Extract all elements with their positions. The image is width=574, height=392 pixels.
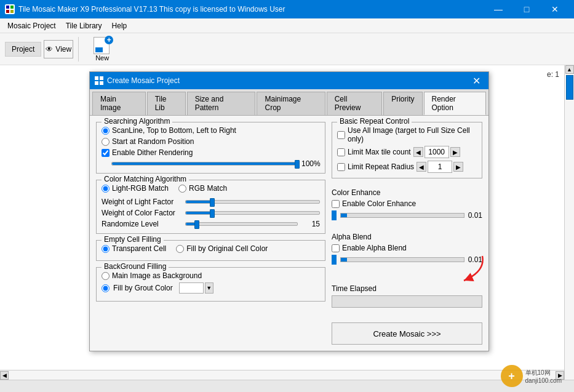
enable-alpha-blend-label: Enable Alpha Blend (342, 244, 407, 252)
create-mosaic-button[interactable]: Create Mosaic >>> (332, 322, 482, 345)
arrow-indicator (445, 253, 488, 287)
menu-help[interactable]: Help (107, 20, 132, 31)
radio-transparent[interactable] (102, 245, 110, 253)
radio-random-row: Start at Random Position (102, 137, 320, 146)
limit-radius-dec[interactable]: ◀ (417, 162, 426, 172)
toolbar-view-tab[interactable]: 👁 View (44, 40, 73, 58)
toolbar: Project 👁 View + New (0, 33, 574, 65)
new-button[interactable]: + New (84, 35, 121, 63)
menu-mosaic-project[interactable]: Mosaic Project (2, 20, 61, 31)
view-icon: 👁 (46, 45, 53, 54)
use-all-label: Use All Image (target to Full Size Cell … (348, 126, 477, 143)
radio-fill-original[interactable] (176, 245, 184, 253)
dither-slider-value: 100% (301, 159, 320, 168)
svg-rect-5 (100, 76, 103, 80)
empty-cell-group: Empty Cell Filling Transparent Cell Fill… (96, 240, 325, 261)
basic-repeat-title: Basic Repeat Control (337, 117, 412, 126)
create-mosaic-modal: Create Mosaic Project ✕ Main Image Tile … (89, 71, 489, 351)
color-factor-track[interactable] (185, 211, 320, 215)
grout-dropdown-btn[interactable]: ▼ (205, 282, 213, 294)
radio-main-image-label: Main Image as Background (112, 271, 202, 280)
radio-random-label: Start at Random Position (112, 137, 194, 146)
svg-rect-4 (95, 76, 98, 80)
dither-slider-track[interactable] (111, 162, 298, 166)
enable-alpha-blend-row: Enable Alpha Blend (332, 244, 482, 252)
tab-priority[interactable]: Priority (383, 92, 422, 115)
radio-grout-row: Fill by Grout Color ▼ (102, 282, 320, 294)
close-button[interactable]: ✕ (541, 0, 569, 18)
color-factor-thumb[interactable] (210, 209, 215, 218)
tab-cell-preview[interactable]: Cell Preview (327, 92, 383, 115)
svg-rect-1 (10, 6, 14, 9)
light-factor-thumb[interactable] (210, 198, 215, 207)
alpha-blend-thumb[interactable] (332, 255, 337, 265)
toolbar-tab-project[interactable]: Project (5, 42, 41, 57)
color-matching-group: Color Matching Algorithm Light-RGB Match… (96, 180, 325, 234)
grout-color-picker[interactable]: ▼ (179, 282, 213, 294)
limit-max-spinbox: ◀ ▶ (413, 146, 460, 158)
empty-cell-title: Empty Cell Filling (102, 235, 164, 244)
randomize-track[interactable] (185, 222, 298, 226)
limit-max-dec[interactable]: ◀ (413, 147, 423, 157)
limit-radius-checkbox[interactable] (337, 163, 345, 171)
radio-transparent-label: Transparent Cell (112, 244, 166, 253)
color-enhance-track[interactable] (340, 213, 464, 218)
app-icon (5, 4, 15, 14)
radio-light-rgb[interactable] (102, 185, 110, 193)
radio-main-image[interactable] (102, 272, 110, 280)
searching-algorithm-title: Searching Algorithm (102, 117, 172, 126)
color-enhance-slider-row: 0.01 (332, 210, 482, 220)
light-factor-track[interactable] (185, 200, 320, 204)
limit-radius-row: Limit Repeat Radius ◀ ▶ (337, 161, 477, 173)
background-group: BackGround Filling Main Image as Backgro… (96, 267, 325, 302)
color-enhance-thumb[interactable] (332, 210, 337, 220)
enable-color-enhance-label: Enable Color Enhance (342, 199, 416, 208)
limit-max-checkbox[interactable] (337, 148, 345, 156)
radio-scanline[interactable] (102, 127, 110, 135)
radio-grout-label: Fill by Grout Color (113, 284, 173, 292)
menu-tile-library[interactable]: Tile Library (61, 20, 107, 31)
use-all-row: Use All Image (target to Full Size Cell … (337, 126, 477, 143)
enable-color-enhance-checkbox[interactable] (332, 200, 340, 208)
limit-radius-spinbox: ◀ ▶ (417, 161, 463, 173)
enable-alpha-blend-checkbox[interactable] (332, 244, 340, 252)
radio-rgb[interactable] (178, 185, 186, 193)
modal-body: Searching Algorithm ScanLine, Top to Bot… (90, 116, 488, 351)
limit-radius-inc[interactable]: ▶ (453, 162, 463, 172)
title-bar: Tile Mosaic Maker X9 Professional V17.13… (0, 0, 574, 18)
maximize-button[interactable]: □ (512, 0, 541, 18)
radio-transparent-row: Transparent Cell (102, 244, 166, 253)
modal-close-button[interactable]: ✕ (469, 73, 484, 88)
limit-max-inc[interactable]: ▶ (450, 147, 460, 157)
tab-main-image[interactable]: Main Image (92, 92, 146, 115)
minimize-button[interactable]: — (484, 0, 512, 18)
empty-cell-options: Transparent Cell Fill by Original Cell C… (102, 244, 320, 255)
modal-icon (95, 76, 103, 85)
limit-radius-label: Limit Repeat Radius (348, 162, 414, 171)
radio-grout[interactable] (102, 284, 110, 292)
tab-mainimage-crop[interactable]: Mainimage Crop (257, 92, 325, 115)
background-title: BackGround Filling (102, 262, 169, 271)
radio-random[interactable] (102, 138, 110, 146)
radio-rgb-row: RGB Match (178, 184, 227, 193)
limit-max-input[interactable] (425, 146, 449, 158)
tab-tile-lib[interactable]: Tile Lib (147, 92, 186, 115)
use-all-checkbox[interactable] (337, 131, 345, 139)
light-factor-label: Weight of Light Factor (102, 198, 181, 206)
radio-scanline-label: ScanLine, Top to Bottom, Left to Right (112, 126, 236, 135)
svg-rect-2 (6, 10, 9, 13)
time-elapsed-section: Time Elapsed (332, 281, 482, 311)
svg-rect-3 (10, 10, 14, 13)
dither-slider-thumb[interactable] (295, 160, 300, 169)
dither-checkbox[interactable] (102, 149, 110, 157)
randomize-row: Randomize Level 15 (102, 220, 320, 228)
dither-slider-row: 100% (102, 159, 320, 168)
limit-radius-input[interactable] (428, 161, 452, 173)
tab-size-and-pattern[interactable]: Size and Pattern (187, 92, 256, 115)
tab-render-option[interactable]: Render Option (424, 92, 487, 115)
radio-light-rgb-row: Light-RGB Match (102, 184, 169, 193)
randomize-thumb[interactable] (194, 220, 199, 229)
time-elapsed-bar (332, 295, 482, 308)
alpha-blend-header: Alpha Blend (332, 233, 482, 241)
alpha-blend-fill (341, 258, 347, 262)
